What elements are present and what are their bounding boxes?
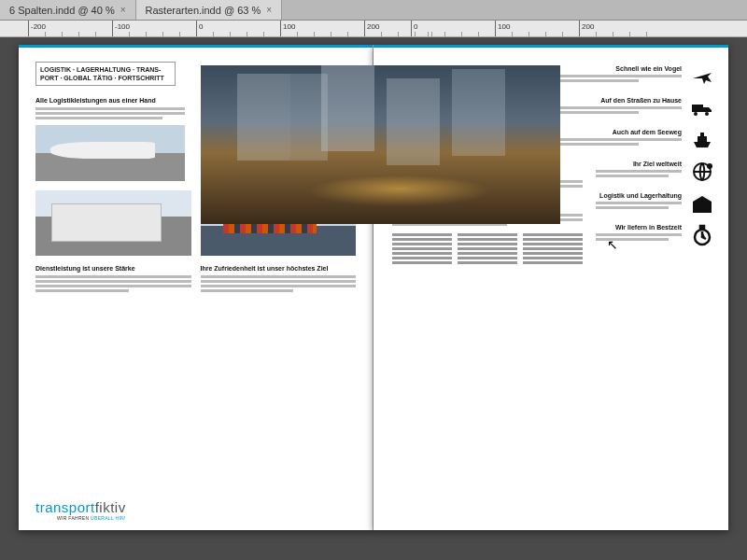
body-text-placeholder <box>35 107 185 119</box>
brand-logo[interactable]: transportfiktiv WIR FAHREN ÜBERALL HIN! <box>35 499 126 521</box>
brand-tagline: WIR FAHREN <box>57 515 91 521</box>
cursor-icon: ↖ <box>607 237 618 252</box>
body-text-placeholder <box>596 202 682 209</box>
body-text-placeholder <box>35 275 191 292</box>
brand-tagline-accent: ÜBERALL HIN! <box>91 515 126 521</box>
three-column-text <box>392 233 583 264</box>
brand-part2: fiktiv <box>95 499 126 515</box>
body-text-placeholder <box>201 275 357 292</box>
hero-city-image[interactable] <box>201 65 560 224</box>
ruler-tick <box>28 21 29 37</box>
canvas-area[interactable]: ↖ LOGISTIK · LAGERHALTUNG · TRANS- PORT … <box>0 37 747 560</box>
document-tab[interactable]: 6 Spalten.indd @ 40 % × <box>0 0 136 20</box>
close-icon[interactable]: × <box>120 5 126 15</box>
ruler-tick <box>112 21 113 37</box>
ruler-tick <box>495 21 496 37</box>
truck-icon <box>689 97 715 119</box>
warehouse-icon <box>689 192 715 215</box>
tab-label: 6 Spalten.indd @ 40 % <box>9 5 115 16</box>
ruler-tick <box>364 21 365 37</box>
ship-icon <box>689 129 715 151</box>
accent-bar <box>374 45 728 48</box>
kicker-box[interactable]: LOGISTIK · LAGERHALTUNG · TRANS- PORT · … <box>35 62 176 86</box>
feature-row[interactable]: Logistik und Lagerhaltung <box>596 192 715 215</box>
ruler-tick <box>280 21 281 37</box>
close-icon[interactable]: × <box>266 5 272 15</box>
ruler-tick <box>579 21 580 37</box>
feature-title: Logistik und Lagerhaltung <box>596 192 682 199</box>
horizontal-ruler[interactable] <box>0 21 747 37</box>
ruler-tick <box>196 21 197 37</box>
feature-title: Wir liefern in Bestzeit <box>596 224 682 231</box>
truck-image[interactable] <box>35 190 191 256</box>
ruler-tick <box>411 21 412 37</box>
section-heading[interactable]: Dienstleistung ist unsere Stärke <box>35 265 191 272</box>
document-tab[interactable]: Rasterarten.indd @ 63 % × <box>136 0 283 20</box>
section-heading[interactable]: Ihre Zufriedenheit ist unser höchstes Zi… <box>201 265 357 272</box>
tab-label: Rasterarten.indd @ 63 % <box>146 5 261 16</box>
globe-icon <box>689 161 715 183</box>
page-spread: ↖ LOGISTIK · LAGERHALTUNG · TRANS- PORT … <box>19 45 728 530</box>
stopwatch-icon <box>689 224 715 246</box>
accent-bar <box>19 45 373 48</box>
feature-row[interactable]: Ihr Ziel weltweit <box>596 161 715 183</box>
brand-part1: transport <box>35 499 95 515</box>
airplane-image[interactable] <box>35 125 185 181</box>
document-tab-bar: 6 Spalten.indd @ 40 % × Rasterarten.indd… <box>0 0 747 21</box>
plane-icon <box>689 65 715 88</box>
body-text-placeholder <box>596 170 682 177</box>
feature-title: Ihr Ziel weltweit <box>596 161 682 167</box>
